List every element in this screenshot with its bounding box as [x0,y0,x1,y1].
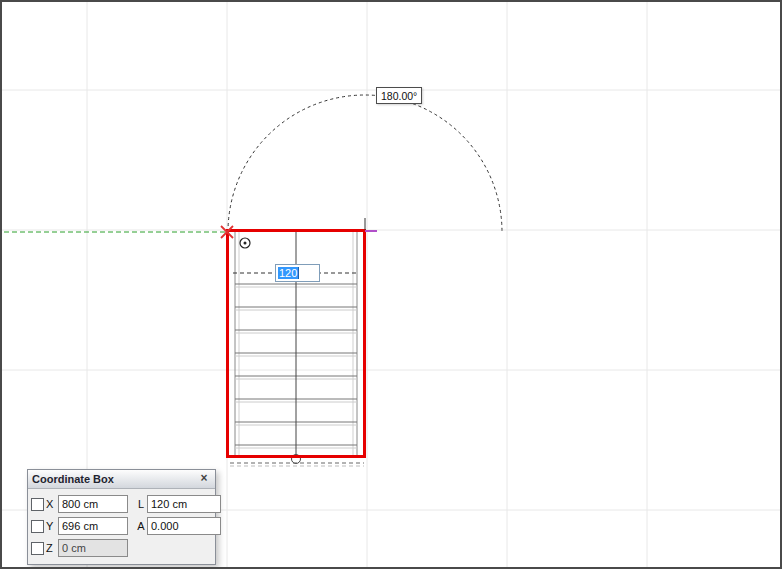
y-coordinate-field[interactable] [58,517,128,535]
y-axis-label: Y [46,520,58,532]
z-axis-checkbox[interactable] [31,542,44,555]
tracker-selected-text: 120 [278,267,299,279]
x-coordinate-field[interactable] [58,495,128,513]
coordinate-row-y: Y A [31,516,212,536]
angle-label: A [135,520,147,532]
x-axis-label: X [46,498,58,510]
length-label: L [135,498,147,510]
close-icon[interactable]: × [197,472,211,486]
tracker-input[interactable]: 120 [275,264,320,282]
angle-field[interactable] [147,517,221,535]
coordinate-row-x: X L [31,494,212,514]
z-axis-label: Z [46,542,58,554]
drawing-canvas[interactable]: 180.00° 120 Coordinate Box × X L Y A [0,0,782,569]
stair-bottom-dashed [230,463,364,466]
z-coordinate-field[interactable] [58,539,128,557]
rotation-arc [228,95,502,232]
coordinate-row-z: Z [31,538,212,558]
coordinate-box-palette[interactable]: Coordinate Box × X L Y A Z [27,469,216,565]
coordinate-box-titlebar[interactable]: Coordinate Box × [28,470,215,489]
coordinate-box-body: X L Y A Z [28,489,215,564]
angle-readout: 180.00° [376,87,422,104]
palette-title: Coordinate Box [32,473,197,485]
y-axis-checkbox[interactable] [31,520,44,533]
x-axis-checkbox[interactable] [31,498,44,511]
length-field[interactable] [147,495,221,513]
pivot-marker-icon [240,238,250,248]
